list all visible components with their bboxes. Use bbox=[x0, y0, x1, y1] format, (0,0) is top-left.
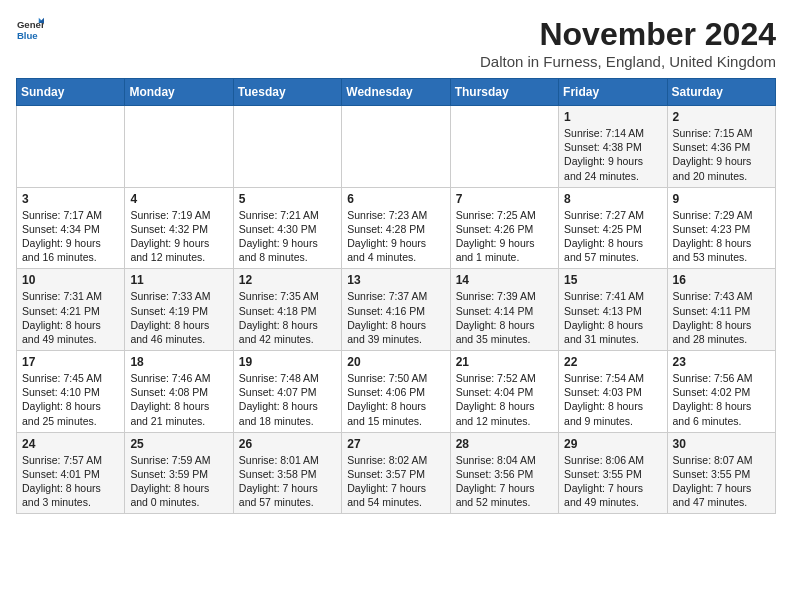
day-info: Sunrise: 7:14 AMSunset: 4:38 PMDaylight:… bbox=[564, 126, 661, 183]
day-number: 28 bbox=[456, 437, 553, 451]
weekday-header-saturday: Saturday bbox=[667, 79, 775, 106]
day-info: Sunrise: 8:04 AMSunset: 3:56 PMDaylight:… bbox=[456, 453, 553, 510]
calendar-cell: 30Sunrise: 8:07 AMSunset: 3:55 PMDayligh… bbox=[667, 432, 775, 514]
calendar-week-4: 17Sunrise: 7:45 AMSunset: 4:10 PMDayligh… bbox=[17, 351, 776, 433]
weekday-header-row: SundayMondayTuesdayWednesdayThursdayFrid… bbox=[17, 79, 776, 106]
day-number: 9 bbox=[673, 192, 770, 206]
day-number: 13 bbox=[347, 273, 444, 287]
calendar-cell: 29Sunrise: 8:06 AMSunset: 3:55 PMDayligh… bbox=[559, 432, 667, 514]
day-info: Sunrise: 7:57 AMSunset: 4:01 PMDaylight:… bbox=[22, 453, 119, 510]
day-number: 18 bbox=[130, 355, 227, 369]
weekday-header-wednesday: Wednesday bbox=[342, 79, 450, 106]
calendar-cell: 12Sunrise: 7:35 AMSunset: 4:18 PMDayligh… bbox=[233, 269, 341, 351]
calendar-cell: 21Sunrise: 7:52 AMSunset: 4:04 PMDayligh… bbox=[450, 351, 558, 433]
day-info: Sunrise: 7:43 AMSunset: 4:11 PMDaylight:… bbox=[673, 289, 770, 346]
calendar-cell: 11Sunrise: 7:33 AMSunset: 4:19 PMDayligh… bbox=[125, 269, 233, 351]
calendar-week-3: 10Sunrise: 7:31 AMSunset: 4:21 PMDayligh… bbox=[17, 269, 776, 351]
calendar-cell: 14Sunrise: 7:39 AMSunset: 4:14 PMDayligh… bbox=[450, 269, 558, 351]
day-info: Sunrise: 8:02 AMSunset: 3:57 PMDaylight:… bbox=[347, 453, 444, 510]
day-info: Sunrise: 7:45 AMSunset: 4:10 PMDaylight:… bbox=[22, 371, 119, 428]
day-number: 23 bbox=[673, 355, 770, 369]
day-number: 1 bbox=[564, 110, 661, 124]
calendar-cell: 28Sunrise: 8:04 AMSunset: 3:56 PMDayligh… bbox=[450, 432, 558, 514]
calendar-cell bbox=[342, 106, 450, 188]
day-info: Sunrise: 7:52 AMSunset: 4:04 PMDaylight:… bbox=[456, 371, 553, 428]
day-number: 17 bbox=[22, 355, 119, 369]
day-info: Sunrise: 8:06 AMSunset: 3:55 PMDaylight:… bbox=[564, 453, 661, 510]
calendar-cell: 7Sunrise: 7:25 AMSunset: 4:26 PMDaylight… bbox=[450, 187, 558, 269]
calendar-table: SundayMondayTuesdayWednesdayThursdayFrid… bbox=[16, 78, 776, 514]
day-number: 7 bbox=[456, 192, 553, 206]
calendar-cell: 26Sunrise: 8:01 AMSunset: 3:58 PMDayligh… bbox=[233, 432, 341, 514]
calendar-cell bbox=[233, 106, 341, 188]
day-number: 6 bbox=[347, 192, 444, 206]
day-info: Sunrise: 7:35 AMSunset: 4:18 PMDaylight:… bbox=[239, 289, 336, 346]
day-info: Sunrise: 7:21 AMSunset: 4:30 PMDaylight:… bbox=[239, 208, 336, 265]
calendar-cell: 16Sunrise: 7:43 AMSunset: 4:11 PMDayligh… bbox=[667, 269, 775, 351]
day-info: Sunrise: 7:39 AMSunset: 4:14 PMDaylight:… bbox=[456, 289, 553, 346]
day-info: Sunrise: 7:17 AMSunset: 4:34 PMDaylight:… bbox=[22, 208, 119, 265]
day-info: Sunrise: 7:29 AMSunset: 4:23 PMDaylight:… bbox=[673, 208, 770, 265]
calendar-cell: 13Sunrise: 7:37 AMSunset: 4:16 PMDayligh… bbox=[342, 269, 450, 351]
day-info: Sunrise: 7:37 AMSunset: 4:16 PMDaylight:… bbox=[347, 289, 444, 346]
calendar-cell: 17Sunrise: 7:45 AMSunset: 4:10 PMDayligh… bbox=[17, 351, 125, 433]
day-number: 20 bbox=[347, 355, 444, 369]
calendar-cell: 4Sunrise: 7:19 AMSunset: 4:32 PMDaylight… bbox=[125, 187, 233, 269]
calendar-cell: 27Sunrise: 8:02 AMSunset: 3:57 PMDayligh… bbox=[342, 432, 450, 514]
day-number: 21 bbox=[456, 355, 553, 369]
calendar-cell: 24Sunrise: 7:57 AMSunset: 4:01 PMDayligh… bbox=[17, 432, 125, 514]
day-number: 27 bbox=[347, 437, 444, 451]
day-number: 11 bbox=[130, 273, 227, 287]
weekday-header-monday: Monday bbox=[125, 79, 233, 106]
logo-icon: General Blue bbox=[16, 16, 44, 44]
location: Dalton in Furness, England, United Kingd… bbox=[480, 53, 776, 70]
day-number: 10 bbox=[22, 273, 119, 287]
calendar-cell: 15Sunrise: 7:41 AMSunset: 4:13 PMDayligh… bbox=[559, 269, 667, 351]
day-number: 4 bbox=[130, 192, 227, 206]
title-area: November 2024 Dalton in Furness, England… bbox=[480, 16, 776, 70]
calendar-week-2: 3Sunrise: 7:17 AMSunset: 4:34 PMDaylight… bbox=[17, 187, 776, 269]
day-info: Sunrise: 7:50 AMSunset: 4:06 PMDaylight:… bbox=[347, 371, 444, 428]
day-info: Sunrise: 7:59 AMSunset: 3:59 PMDaylight:… bbox=[130, 453, 227, 510]
day-info: Sunrise: 7:41 AMSunset: 4:13 PMDaylight:… bbox=[564, 289, 661, 346]
calendar-cell: 20Sunrise: 7:50 AMSunset: 4:06 PMDayligh… bbox=[342, 351, 450, 433]
day-info: Sunrise: 7:23 AMSunset: 4:28 PMDaylight:… bbox=[347, 208, 444, 265]
page-header: General Blue November 2024 Dalton in Fur… bbox=[16, 16, 776, 70]
day-info: Sunrise: 7:15 AMSunset: 4:36 PMDaylight:… bbox=[673, 126, 770, 183]
day-number: 24 bbox=[22, 437, 119, 451]
day-number: 19 bbox=[239, 355, 336, 369]
day-number: 22 bbox=[564, 355, 661, 369]
calendar-cell: 23Sunrise: 7:56 AMSunset: 4:02 PMDayligh… bbox=[667, 351, 775, 433]
day-number: 15 bbox=[564, 273, 661, 287]
calendar-cell: 9Sunrise: 7:29 AMSunset: 4:23 PMDaylight… bbox=[667, 187, 775, 269]
day-number: 3 bbox=[22, 192, 119, 206]
calendar-cell: 10Sunrise: 7:31 AMSunset: 4:21 PMDayligh… bbox=[17, 269, 125, 351]
day-info: Sunrise: 7:27 AMSunset: 4:25 PMDaylight:… bbox=[564, 208, 661, 265]
day-info: Sunrise: 7:48 AMSunset: 4:07 PMDaylight:… bbox=[239, 371, 336, 428]
calendar-cell bbox=[450, 106, 558, 188]
day-info: Sunrise: 7:46 AMSunset: 4:08 PMDaylight:… bbox=[130, 371, 227, 428]
day-number: 2 bbox=[673, 110, 770, 124]
day-number: 16 bbox=[673, 273, 770, 287]
calendar-cell bbox=[125, 106, 233, 188]
calendar-cell bbox=[17, 106, 125, 188]
day-info: Sunrise: 7:25 AMSunset: 4:26 PMDaylight:… bbox=[456, 208, 553, 265]
calendar-cell: 8Sunrise: 7:27 AMSunset: 4:25 PMDaylight… bbox=[559, 187, 667, 269]
calendar-cell: 25Sunrise: 7:59 AMSunset: 3:59 PMDayligh… bbox=[125, 432, 233, 514]
weekday-header-friday: Friday bbox=[559, 79, 667, 106]
calendar-cell: 19Sunrise: 7:48 AMSunset: 4:07 PMDayligh… bbox=[233, 351, 341, 433]
day-number: 12 bbox=[239, 273, 336, 287]
day-number: 14 bbox=[456, 273, 553, 287]
day-number: 26 bbox=[239, 437, 336, 451]
weekday-header-sunday: Sunday bbox=[17, 79, 125, 106]
day-info: Sunrise: 7:33 AMSunset: 4:19 PMDaylight:… bbox=[130, 289, 227, 346]
day-info: Sunrise: 8:07 AMSunset: 3:55 PMDaylight:… bbox=[673, 453, 770, 510]
calendar-week-1: 1Sunrise: 7:14 AMSunset: 4:38 PMDaylight… bbox=[17, 106, 776, 188]
weekday-header-thursday: Thursday bbox=[450, 79, 558, 106]
day-info: Sunrise: 7:19 AMSunset: 4:32 PMDaylight:… bbox=[130, 208, 227, 265]
day-number: 5 bbox=[239, 192, 336, 206]
day-number: 30 bbox=[673, 437, 770, 451]
logo: General Blue bbox=[16, 16, 44, 44]
day-number: 29 bbox=[564, 437, 661, 451]
calendar-cell: 22Sunrise: 7:54 AMSunset: 4:03 PMDayligh… bbox=[559, 351, 667, 433]
